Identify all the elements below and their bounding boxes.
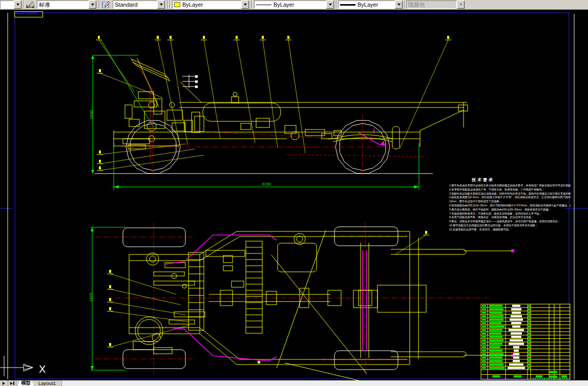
dim-style-dropdown[interactable] [89, 1, 96, 9]
tech-note-line: 2.各零部件装配前必须清洗干净，不得有毛刺、铁屑等杂物，工作表面不得碰伤； [449, 188, 571, 192]
dim-style-value[interactable]: 标准 [37, 1, 89, 9]
text-style-text: Standard [115, 2, 138, 8]
dim-side-length: 3150 [262, 182, 271, 186]
tech-note-line: 10mm，整车各运动件不得有相互干涉现象； [449, 200, 571, 204]
color-swatch-icon [174, 2, 180, 7]
arrow-right-icon [10, 382, 13, 385]
end-bar-icon [13, 381, 14, 385]
lineweight-sample-icon [340, 4, 355, 6]
chevron-down-icon [397, 4, 401, 6]
chevron-down-icon [244, 4, 247, 6]
ucs-x-label: X [39, 363, 46, 375]
tech-note-line: 11.涂漆表面应光滑平整，色泽均匀，漆膜附着牢固。 [449, 228, 571, 232]
dim-style-icon [26, 1, 35, 9]
model-space-viewport[interactable]: 164031501425X ZD6840-2900000 技术要求 1.整车各总… [0, 10, 588, 380]
tech-note-line: 8.各电气线路连接可靠，绝缘良好，仪表指示准确，灯光信号齐全有效； [449, 216, 571, 220]
dim-style-button[interactable] [25, 1, 35, 9]
callout-leaders [96, 36, 451, 347]
dim-style-text: 标准 [39, 1, 50, 9]
tech-note-line: 10.整车装配完毕后按规定进行磨合运转试验，各部位不得有异常发热现象； [449, 224, 571, 228]
linetype-control-value[interactable]: ByLayer [254, 1, 326, 9]
tech-note-line: 1.整车各总成及零部件必须符合有关标准及图样规定的技术要求，并有制造厂检验合格证… [449, 184, 571, 188]
plot-style-dropdown [457, 1, 465, 9]
arrow-right-icon [3, 382, 5, 385]
tech-note-line: 6.离合器分离彻底，接合平稳柔和，踏板自由行程为20~30mm，操纵轻便灵活不跑… [449, 208, 571, 212]
linetype-sample-icon [256, 5, 271, 5]
technical-notes-title: 技术要求 [472, 177, 571, 183]
tab-model[interactable]: 模型 [18, 380, 34, 386]
chevron-down-icon [160, 4, 163, 6]
linetype-control-combo[interactable]: ByLayer [254, 1, 334, 9]
color-control-combo[interactable]: ByLayer [172, 1, 249, 9]
tech-note-line: 5.制动踏板自由行程为10~15mm，蹄片与制动鼓间隙不大于0.5mm，制动系统… [449, 204, 571, 208]
toolbar-separator [99, 1, 100, 9]
tab-model-label: 模型 [21, 380, 31, 386]
toolbar-separator [251, 1, 253, 9]
linetype-control-text: ByLayer [274, 2, 294, 8]
drawing-number-label: ZD6840-2900000 [14, 11, 43, 17]
technical-notes-block: 技术要求 1.整车各总成及零部件必须符合有关标准及图样规定的技术要求，并有制造厂… [449, 177, 571, 232]
clipped-combo[interactable] [0, 1, 22, 9]
dim-style-combo[interactable]: 标准 [37, 1, 96, 9]
tech-note-line: 4.前轮前束调整为0~5mm，转向轮最大转角不大于35°，转向操纵应轻便灵活，左… [449, 196, 571, 200]
dimensions: 164031501425 [89, 40, 419, 370]
toolbar-separator [404, 1, 405, 9]
lineweight-control-text: ByLayer [358, 2, 378, 8]
linetype-control-dropdown[interactable] [326, 1, 334, 9]
toolbar-separator [170, 1, 171, 9]
toolbar-separator [23, 1, 24, 9]
tech-note-line: 9.燃油、润滑油及冷却液按规定加注——油面高度适中，各结合面不得渗漏，各部位润滑… [449, 220, 571, 224]
clipped-combo-dropdown[interactable] [14, 1, 22, 9]
clipped-combo-field[interactable] [0, 1, 14, 9]
tab-layout1-label: Layout1 [38, 380, 56, 386]
plot-style-text: 随颜色 [408, 1, 425, 9]
text-style-combo[interactable]: Standard [113, 1, 165, 9]
tech-note-line: 3.装配时各运动配合表面应涂以润滑油脂，回转件转动应灵活平稳，紧固件应按规定力矩… [449, 192, 571, 196]
chevron-down-icon [459, 4, 463, 6]
chevron-down-icon [91, 4, 94, 6]
tab-nav-forward-button[interactable] [0, 380, 8, 386]
cad-application-window: { "toolbar": { "dim_style_label": "标准", … [0, 0, 588, 386]
text-style-button[interactable] [101, 1, 111, 9]
toolbar-separator [336, 1, 337, 9]
dim-plan-width: 1425 [89, 293, 93, 302]
lineweight-control-combo[interactable]: ByLayer [338, 1, 403, 9]
chevron-down-icon [16, 4, 19, 6]
tech-note-line: 7.变速器换挡轻便灵活，不得有乱挡、跳挡及异响现象，各挡位啮合正常平稳； [449, 212, 571, 216]
color-control-text: ByLayer [182, 2, 203, 8]
text-style-icon [102, 1, 110, 9]
technical-notes-lines: 1.整车各总成及零部件必须符合有关标准及图样规定的技术要求，并有制造厂检验合格证… [449, 184, 571, 232]
ucs-icon: X [0, 356, 46, 376]
text-style-value[interactable]: Standard [113, 1, 157, 9]
chevron-down-icon [329, 4, 332, 6]
text-style-dropdown[interactable] [157, 1, 165, 9]
lineweight-control-value[interactable]: ByLayer [338, 1, 395, 9]
dim-side-height: 1640 [89, 110, 94, 119]
color-control-value[interactable]: ByLayer [172, 1, 241, 9]
styles-properties-toolbar: 标准 Standard ByLayer ByLayer [0, 0, 588, 10]
plan-view [123, 227, 514, 380]
color-control-dropdown[interactable] [241, 1, 249, 9]
tab-layout1[interactable]: Layout1 [35, 380, 59, 386]
plot-style-value: 随颜色 [406, 1, 457, 9]
parts-list-table [481, 304, 570, 379]
toolbar-separator [167, 1, 169, 9]
horizontal-scrollbar[interactable] [61, 380, 588, 386]
lineweight-control-dropdown[interactable] [395, 1, 403, 9]
layout-tab-bar: 模型 Layout1 [0, 380, 588, 386]
tab-nav-last-button[interactable] [8, 380, 16, 386]
plot-style-combo: 随颜色 [406, 1, 465, 9]
